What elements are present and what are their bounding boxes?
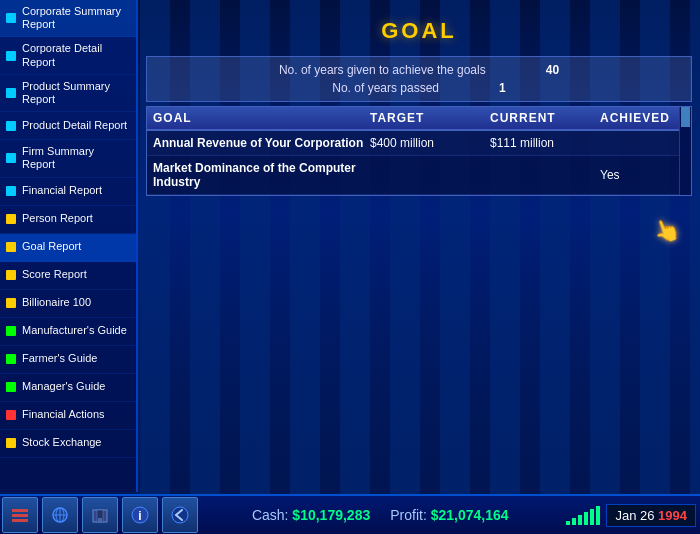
sidebar-label: Financial Report (22, 184, 102, 197)
bar-4 (584, 512, 588, 525)
dot-icon (6, 410, 16, 420)
sidebar-label: Billionaire 100 (22, 296, 91, 309)
sidebar-item-manufacturers-guide[interactable]: Manufacturer's Guide (0, 318, 136, 346)
sidebar-item-corporate-summary[interactable]: Corporate Summary Report (0, 0, 136, 37)
profit-label: Profit: (390, 507, 427, 523)
svg-rect-2 (12, 519, 28, 522)
sidebar-label: Firm Summary Report (22, 145, 130, 171)
cash-profit-display: Cash: $10,179,283 Profit: $21,074,164 (200, 507, 560, 523)
dot-icon (6, 214, 16, 224)
col-header-goal: GOAL (153, 111, 370, 125)
year-text: 1994 (658, 508, 687, 523)
years-given-value: 40 (546, 63, 559, 77)
dot-icon (6, 382, 16, 392)
bar-5 (590, 509, 594, 525)
sidebar-label: Farmer's Guide (22, 352, 97, 365)
sidebar-item-person-report[interactable]: Person Report (0, 206, 136, 234)
sidebar-label: Corporate Detail Report (22, 42, 130, 68)
sidebar-item-stock-exchange[interactable]: Stock Exchange (0, 430, 136, 458)
col-header-current: CURRENT (490, 111, 600, 125)
col-header-target: TARGET (370, 111, 490, 125)
dot-icon (6, 438, 16, 448)
dot-icon (6, 13, 16, 23)
svg-point-10 (172, 507, 188, 523)
info-row-years-given: No. of years given to achieve the goals … (155, 61, 683, 79)
main-content: GOAL No. of years given to achieve the g… (138, 0, 700, 494)
sidebar-label: Manufacturer's Guide (22, 324, 127, 337)
sidebar-label: Goal Report (22, 240, 81, 253)
sidebar-item-product-detail[interactable]: Product Detail Report (0, 112, 136, 140)
bar-1 (566, 521, 570, 525)
toolbar-btn-building[interactable] (82, 497, 118, 533)
sidebar-label: Person Report (22, 212, 93, 225)
bar-6 (596, 506, 600, 525)
sidebar-item-corporate-detail[interactable]: Corporate Detail Report (0, 37, 136, 74)
dot-icon (6, 51, 16, 61)
sidebar-label: Product Summary Report (22, 80, 130, 106)
toolbar-btn-info[interactable]: i (122, 497, 158, 533)
dot-icon (6, 270, 16, 280)
table-row: Market Dominance of the Computer Industr… (147, 156, 691, 195)
svg-text:i: i (138, 509, 141, 523)
page-title: GOAL (138, 0, 700, 56)
dot-icon (6, 242, 16, 252)
goal-table: GOAL TARGET CURRENT ACHIEVED Annual Reve… (146, 106, 692, 196)
dot-icon (6, 121, 16, 131)
years-passed-label: No. of years passed (332, 81, 439, 95)
goal-current: $111 million (490, 136, 600, 150)
sidebar-item-financial-report[interactable]: Financial Report (0, 178, 136, 206)
sidebar-label: Corporate Summary Report (22, 5, 130, 31)
sidebar-label: Score Report (22, 268, 87, 281)
sidebar-label: Product Detail Report (22, 119, 127, 132)
signal-bars (566, 506, 600, 525)
goal-target: $400 million (370, 136, 490, 150)
dot-icon (6, 326, 16, 336)
scrollbar-thumb (681, 107, 690, 127)
years-passed-value: 1 (499, 81, 506, 95)
date-display: Jan 26 1994 (606, 504, 696, 527)
dot-icon (6, 354, 16, 364)
sidebar: Corporate Summary Report Corporate Detai… (0, 0, 138, 492)
sidebar-item-farmers-guide[interactable]: Farmer's Guide (0, 346, 136, 374)
svg-rect-0 (12, 509, 28, 512)
svg-rect-1 (12, 514, 28, 517)
bar-2 (572, 518, 576, 525)
sidebar-label: Manager's Guide (22, 380, 105, 393)
date-text: Jan 26 (615, 508, 654, 523)
sidebar-item-firm-summary[interactable]: Firm Summary Report (0, 140, 136, 177)
cash-value: $10,179,283 (292, 507, 370, 523)
dot-icon (6, 186, 16, 196)
svg-rect-7 (98, 518, 102, 522)
dot-icon (6, 153, 16, 163)
dot-icon (6, 88, 16, 98)
toolbar: i Cash: $10,179,283 Profit: $21,074,164 … (0, 494, 700, 534)
toolbar-btn-tools[interactable] (2, 497, 38, 533)
cash-label: Cash: (252, 507, 289, 523)
scrollbar[interactable] (679, 107, 691, 195)
toolbar-btn-map[interactable] (42, 497, 78, 533)
cursor-hand-icon: 👆 (649, 214, 683, 248)
dot-icon (6, 298, 16, 308)
goal-name: Market Dominance of the Computer Industr… (153, 161, 370, 189)
profit-value: $21,074,164 (431, 507, 509, 523)
sidebar-item-score-report[interactable]: Score Report (0, 262, 136, 290)
bar-3 (578, 515, 582, 525)
info-panel: No. of years given to achieve the goals … (146, 56, 692, 102)
table-header: GOAL TARGET CURRENT ACHIEVED (147, 107, 691, 131)
sidebar-label: Financial Actions (22, 408, 105, 421)
sidebar-item-billionaire-100[interactable]: Billionaire 100 (0, 290, 136, 318)
sidebar-item-managers-guide[interactable]: Manager's Guide (0, 374, 136, 402)
years-given-label: No. of years given to achieve the goals (279, 63, 486, 77)
goal-achieved: Yes (600, 168, 685, 182)
sidebar-item-financial-actions[interactable]: Financial Actions (0, 402, 136, 430)
table-row: Annual Revenue of Your Corporation $400 … (147, 131, 691, 156)
sidebar-label: Stock Exchange (22, 436, 102, 449)
sidebar-item-product-summary[interactable]: Product Summary Report (0, 75, 136, 112)
sidebar-item-goal-report[interactable]: Goal Report (0, 234, 136, 262)
info-row-years-passed: No. of years passed 1 (155, 79, 683, 97)
goal-name: Annual Revenue of Your Corporation (153, 136, 370, 150)
col-header-achieved: ACHIEVED (600, 111, 685, 125)
toolbar-btn-back[interactable] (162, 497, 198, 533)
